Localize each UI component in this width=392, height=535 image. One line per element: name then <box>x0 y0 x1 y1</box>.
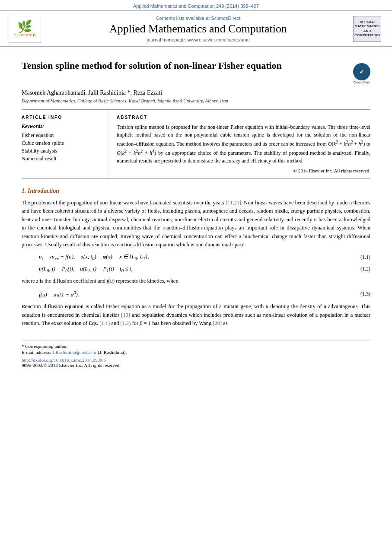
keyword-numerical: Numerical result <box>22 155 101 162</box>
ref-eq-1-2[interactable]: (1.2) <box>121 320 131 326</box>
affiliation: Department of Mathematics, College of Ba… <box>22 98 370 103</box>
ref-13[interactable]: [13] <box>121 312 130 318</box>
equation-1-2-row: u(L0, t) = P0(t), u(L1, t) = P1(t) t0 ≤ … <box>39 265 370 273</box>
authors-text: Masomeh Aghamohamadi, Jalil Rashidinia *… <box>22 89 162 96</box>
abstract-text: Tension spline method is proposed for th… <box>117 123 370 165</box>
footnote-email-link[interactable]: J.Rashidinia@iust.ac.ir <box>52 350 98 355</box>
journal-title: Applied Mathematics and Computation <box>52 22 344 35</box>
abstract-section: ABSTRACT Tension spline method is propos… <box>108 110 370 178</box>
footnote-email: E-mail address: J.Rashidinia@iust.ac.ir … <box>22 350 370 355</box>
copyright-line: © 2014 Elsevier Inc. All rights reserved… <box>117 168 370 173</box>
authors: Masomeh Aghamohamadi, Jalil Rashidinia *… <box>22 89 370 96</box>
footnote-corresponding: * Corresponding author. <box>22 344 370 349</box>
info-abstract-wrapper: ARTICLE INFO Keywords: Fisher equation C… <box>22 109 370 179</box>
keyword-fisher: Fisher equation <box>22 131 101 139</box>
crossmark-label: CrossMark <box>353 80 370 84</box>
ref-11-21[interactable]: [11,21] <box>226 200 241 206</box>
section-intro-title: 1. Introduction <box>22 188 370 194</box>
intro-paragraph-3: Reaction–diffusion equation is called Fi… <box>22 303 370 328</box>
elsevier-logo: 🌿 ELSEVIER <box>9 15 43 43</box>
keywords-label: Keywords: <box>22 123 101 130</box>
page-wrapper: Applied Mathematics and Computation 249 … <box>0 0 392 535</box>
crossmark-badge[interactable]: ✓ <box>353 63 370 80</box>
paper-title: Tension spline method for solution of no… <box>22 60 347 72</box>
equation-1-3: f(u) = αu(1 − uβ). <box>39 290 349 298</box>
intro-paragraph-1: The problems of the propagation of non-l… <box>22 199 370 249</box>
ref-20[interactable]: [20] <box>213 320 222 326</box>
equation-1-3-row: f(u) = αu(1 − uβ). (1.3) <box>39 290 370 298</box>
ref-eq-1-1[interactable]: (1.1) <box>99 320 110 326</box>
eq-num-1-3: (1.3) <box>349 291 370 297</box>
journal-center: Contents lists available at ScienceDirec… <box>52 16 344 42</box>
citation-text: Applied Mathematics and Computation 249 … <box>133 3 259 9</box>
eq-num-1-2: (1.2) <box>349 266 370 272</box>
right-logo-text: APPLIEDMATHEMATICSANDCOMPUTATION <box>354 20 379 38</box>
keyword-cubic: Cubic tension spline <box>22 139 101 147</box>
footnote-email-suffix: (J. Rashidinia). <box>98 350 127 355</box>
sciencedirect-name[interactable]: ScienceDirect <box>211 16 240 21</box>
footnote-area: * Corresponding author. E-mail address: … <box>22 341 370 368</box>
citation-bar: Applied Mathematics and Computation 249 … <box>0 0 392 10</box>
right-logo-box: APPLIEDMATHEMATICSANDCOMPUTATION <box>353 16 381 42</box>
equation-1-1-row: ut = zuxx + f(u), u(x, t0) = φ(x), x ∈ [… <box>39 253 370 261</box>
journal-header: 🌿 ELSEVIER Contents lists available at S… <box>0 10 392 47</box>
paper-title-section: Tension spline method for solution of no… <box>22 60 370 84</box>
elsevier-label: ELSEVIER <box>13 33 36 37</box>
intro-paragraph-2: where z is the diffusion coefficient and… <box>22 277 370 285</box>
issn-text: 0096-3003/© 2014 Elsevier Inc. All right… <box>22 363 370 368</box>
sciencedirect-text: Contents lists available at <box>156 16 211 21</box>
doi-link[interactable]: http://dx.doi.org/10.1016/j.amc.2014.09.… <box>22 357 106 363</box>
journal-logo-right: APPLIEDMATHEMATICSANDCOMPUTATION <box>353 16 383 42</box>
journal-homepage: journal homepage: www.elsevier.com/locat… <box>52 37 344 42</box>
crossmark-section: ✓ CrossMark <box>353 60 370 84</box>
equation-1-2: u(L0, t) = P0(t), u(L1, t) = P1(t) t0 ≤ … <box>39 265 349 273</box>
article-info: ARTICLE INFO Keywords: Fisher equation C… <box>22 110 108 178</box>
abstract-title: ABSTRACT <box>117 115 370 120</box>
email-label: E-mail address: <box>22 350 51 355</box>
elsevier-box: 🌿 ELSEVIER <box>9 15 41 43</box>
eq-num-1-1: (1.1) <box>349 254 370 261</box>
equation-1-1: ut = zuxx + f(u), u(x, t0) = φ(x), x ∈ [… <box>39 253 349 261</box>
elsevier-tree-icon: 🌿 <box>17 21 32 33</box>
keyword-stability: Stability analysis <box>22 147 101 155</box>
article-info-title: ARTICLE INFO <box>22 115 101 120</box>
main-content: Tension spline method for solution of no… <box>0 47 392 382</box>
sciencedirect-link[interactable]: Contents lists available at ScienceDirec… <box>52 16 344 21</box>
